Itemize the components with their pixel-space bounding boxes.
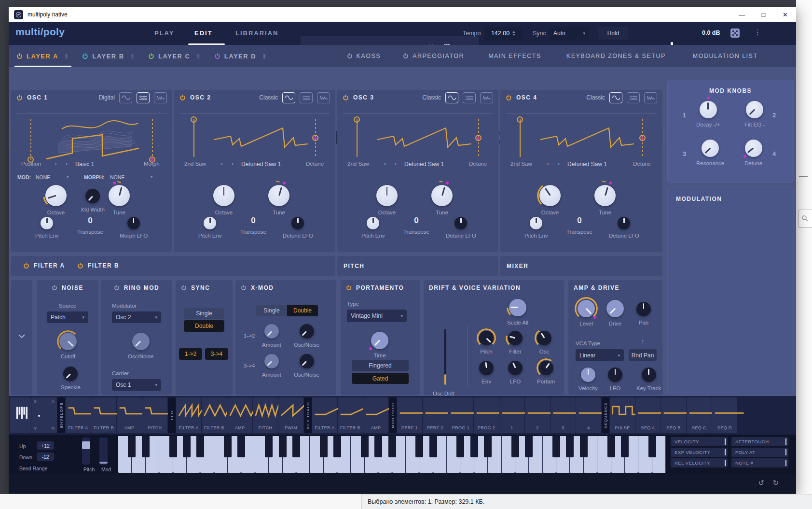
osc1-morph-lfo-knob[interactable]: Morph LFO [120, 217, 148, 239]
strip-tile-prog-2[interactable]: PROG 2 [474, 397, 499, 433]
osc1-tune-knob[interactable]: Tune [109, 185, 130, 215]
tempo-spinner[interactable] [512, 31, 515, 36]
drift-scale-all-knob[interactable]: Scale All [507, 299, 528, 325]
osc4-tune-knob[interactable]: Tune [594, 185, 616, 215]
wavetable-icon[interactable] [137, 92, 150, 103]
osc4-2ndsaw-slider[interactable] [520, 119, 521, 157]
piano-keyboard[interactable] [118, 436, 666, 473]
piano-black-key[interactable] [484, 436, 492, 457]
osc4-wave-name[interactable]: Detuned Saw 1 [567, 161, 607, 168]
osc1-mod-select-value[interactable]: NONE [36, 174, 50, 180]
piano-black-key[interactable] [169, 436, 177, 457]
strip-keyboard-view-tile[interactable] [10, 397, 31, 433]
portamento-fingered-button[interactable]: Fingered [352, 360, 409, 371]
osc1-power-icon[interactable] [16, 95, 23, 101]
sync-single-button[interactable]: Single [184, 308, 224, 319]
osc3-wave-display[interactable] [374, 122, 476, 156]
strip-tile-filter-b[interactable]: FILTER B [338, 397, 363, 433]
tempo-value[interactable]: 142.00 [484, 27, 522, 40]
redo-icon[interactable]: ↻ [772, 479, 779, 487]
chevron-down-icon[interactable]: ▾ [67, 174, 69, 179]
osc3-tune-knob[interactable]: Tune [431, 185, 453, 215]
osc1-wave-next-icon[interactable]: › [66, 160, 68, 167]
chevron-down-icon[interactable]: ▾ [151, 174, 153, 179]
wavetable-icon[interactable] [463, 92, 476, 103]
sine-icon[interactable] [282, 92, 295, 103]
osc3-octave-knob[interactable]: Octave [376, 185, 398, 215]
xmod-1to2-oscnoise-knob[interactable]: Osc/Noise [294, 324, 319, 348]
osc1-morph-select-value[interactable]: NONE [110, 174, 124, 180]
sync-1to2-button[interactable]: 1->2 [179, 348, 202, 360]
strip-tile-filter-a[interactable]: FILTER A [312, 397, 337, 433]
osc2-wave-name[interactable]: Detuned Saw 1 [241, 161, 281, 168]
tab-kaoss[interactable]: KAOSS [347, 53, 381, 59]
piano-black-key[interactable] [279, 436, 287, 457]
ringmod-carrier-dropdown[interactable]: Osc 1▾ [112, 379, 161, 391]
strip-tile-filter-b[interactable]: FILTER B [91, 397, 116, 433]
piano-black-key[interactable] [511, 436, 519, 457]
filter-b-power-icon[interactable] [77, 263, 83, 269]
sine-icon[interactable] [119, 92, 132, 103]
piano-black-key[interactable] [333, 436, 341, 457]
poly-at-button[interactable]: POLY AT [731, 448, 788, 457]
osc4-octave-knob[interactable]: Octave [539, 185, 561, 215]
bend-up-value[interactable]: +12 [37, 441, 54, 450]
tab-layer-a[interactable]: LAYER A [16, 53, 58, 60]
amp-lfo-knob[interactable]: LFO [608, 368, 622, 391]
osc2-detune-slider[interactable] [315, 119, 316, 157]
osc1-wavetable-display[interactable] [44, 116, 141, 163]
ringmod-power-icon[interactable] [114, 285, 120, 291]
sine-icon[interactable] [445, 92, 458, 103]
strip-tile-filter-a[interactable]: FILTER A [66, 397, 91, 433]
strip-tile-seq-c[interactable]: SEQ C [687, 397, 712, 433]
amp-key-track-knob[interactable]: Key Track [636, 368, 661, 391]
amp-velocity-knob[interactable]: Velocity [578, 368, 598, 391]
osc2-wave-display[interactable] [211, 122, 313, 156]
piano-black-key[interactable] [580, 436, 588, 457]
piano-black-key[interactable] [374, 436, 382, 457]
amp-rnd-pan-button[interactable]: Rnd Pan [629, 349, 657, 361]
hold-button[interactable]: Hold [598, 27, 628, 40]
aftertouch-button[interactable]: AFTERTOUCH [731, 437, 788, 446]
piano-black-key[interactable] [128, 436, 136, 457]
bend-down-value[interactable]: -12 [37, 452, 54, 461]
piano-black-key[interactable] [388, 436, 396, 457]
sync-power-icon[interactable] [181, 285, 187, 291]
mod-wheel[interactable] [99, 438, 108, 465]
mod-knob-2[interactable]: Filt EG - [744, 101, 765, 127]
exp-velocity-button[interactable]: EXP VELOCITY [671, 448, 728, 457]
strip-tile-filter-a[interactable]: FILTER A [176, 397, 201, 433]
portamento-time-knob[interactable]: Time [371, 332, 388, 358]
strip-tile-seq-a[interactable]: SEQ A [635, 397, 661, 433]
piano-black-key[interactable] [196, 436, 204, 457]
noise-cutoff-knob[interactable]: Cutoff [59, 333, 77, 359]
piano-black-key[interactable] [361, 436, 369, 457]
noise-source-dropdown[interactable]: Patch▾ [47, 311, 88, 323]
piano-black-key[interactable] [456, 436, 464, 457]
piano-black-key[interactable] [265, 436, 273, 457]
velocity-button[interactable]: VELOCITY [671, 437, 728, 446]
piano-black-key[interactable] [183, 436, 191, 457]
strip-tile-perf-1[interactable]: PERF 1 [397, 397, 422, 433]
drift-lfo-knob[interactable]: LFO [508, 361, 523, 384]
sync-dropdown[interactable]: Auto▾ [550, 27, 589, 40]
xmod-double-button[interactable]: Double [287, 305, 318, 316]
collapse-column[interactable] [11, 280, 33, 396]
xmod-1to2-amount-knob[interactable]: Amount [262, 324, 281, 348]
noise-power-icon[interactable] [52, 285, 57, 291]
piano-black-key[interactable] [429, 436, 437, 457]
osc1-position-slider[interactable] [30, 119, 31, 160]
osc2-power-icon[interactable] [179, 95, 186, 101]
strip-tile-amp[interactable]: AMP [227, 397, 252, 433]
tab-arpeggiator[interactable]: ARPEGGIATOR [403, 53, 464, 59]
osc3-pitch-env-knob[interactable]: Pitch Env [361, 217, 385, 239]
spectral-icon[interactable] [154, 92, 167, 103]
strip-tile-amp[interactable]: AMP [363, 397, 388, 433]
tab-layer-b[interactable]: LAYER B [82, 53, 124, 60]
piano-black-key[interactable] [320, 436, 328, 457]
piano-black-key[interactable] [292, 436, 300, 457]
pitch-panel-header[interactable]: PITCH [337, 255, 499, 277]
strip-tile-filter-b[interactable]: FILTER B [202, 397, 227, 433]
strip-tile-perf-2[interactable]: PERF 2 [423, 397, 448, 433]
drift-osc-drift-slider[interactable] [444, 329, 446, 385]
